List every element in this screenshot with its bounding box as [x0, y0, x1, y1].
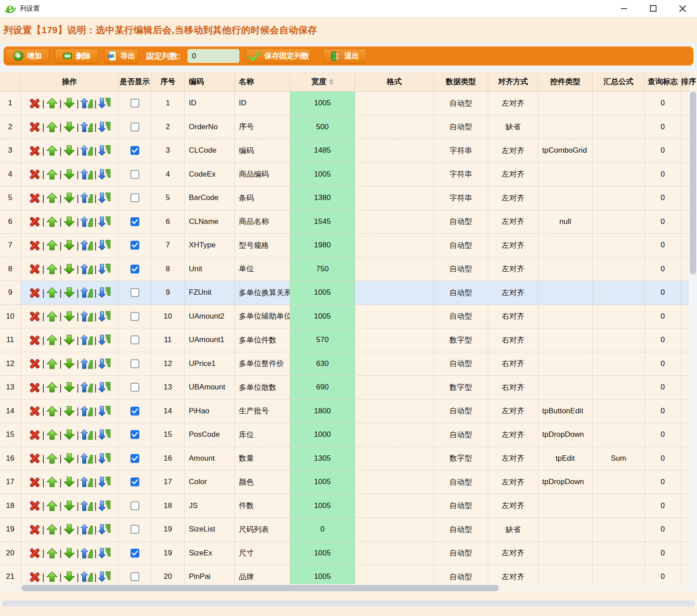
move-to-top-icon[interactable] — [80, 381, 93, 393]
visible-checkbox[interactable] — [130, 383, 139, 392]
footer-scrollbar-track[interactable] — [2, 601, 695, 606]
table-row[interactable]: 11IDID1005自动型左对齐0 — [0, 92, 689, 116]
move-up-icon[interactable] — [46, 287, 58, 298]
delete-icon[interactable] — [29, 452, 41, 464]
delete-icon[interactable] — [29, 476, 41, 488]
visible-checkbox[interactable] — [130, 123, 139, 131]
move-up-icon[interactable] — [46, 476, 58, 488]
move-up-icon[interactable] — [46, 453, 58, 464]
delete-icon[interactable] — [29, 524, 41, 535]
move-to-top-icon[interactable] — [80, 263, 93, 275]
minimize-button[interactable] — [609, 0, 639, 17]
horizontal-scrollbar-thumb[interactable] — [21, 585, 499, 591]
visible-checkbox[interactable] — [130, 407, 139, 416]
move-to-top-icon[interactable] — [80, 476, 93, 488]
move-down-icon[interactable] — [63, 571, 75, 582]
delete-icon[interactable] — [29, 145, 41, 157]
move-to-top-icon[interactable] — [80, 216, 93, 227]
move-up-icon[interactable] — [46, 216, 58, 227]
move-up-icon[interactable] — [46, 311, 58, 322]
move-down-icon[interactable] — [63, 381, 75, 393]
table-row[interactable]: 1616Amount数量1305数字型左对齐tpEditSum0 — [0, 447, 689, 471]
column-header-code[interactable]: 编码 — [185, 72, 235, 91]
table-row[interactable]: 2120PinPai品牌1005自动型左对齐0 — [0, 565, 689, 584]
table-row[interactable]: 2019SizeEx尺寸1005自动型左对齐0 — [0, 542, 689, 566]
move-to-top-icon[interactable] — [80, 311, 93, 322]
move-down-icon[interactable] — [63, 97, 75, 109]
visible-checkbox[interactable] — [130, 335, 139, 344]
move-up-icon[interactable] — [46, 192, 58, 204]
visible-checkbox[interactable] — [130, 265, 139, 273]
add-button[interactable]: 增加 — [5, 49, 50, 64]
move-up-icon[interactable] — [46, 571, 58, 582]
move-up-icon[interactable] — [46, 169, 58, 180]
move-up-icon[interactable] — [46, 334, 58, 346]
move-down-icon[interactable] — [63, 287, 75, 298]
move-to-top-icon[interactable] — [80, 334, 93, 346]
visible-checkbox[interactable] — [130, 312, 139, 321]
visible-checkbox[interactable] — [130, 525, 139, 534]
move-to-bottom-icon[interactable] — [98, 571, 111, 582]
move-to-bottom-icon[interactable] — [98, 145, 111, 156]
export-button[interactable]: X 导出 — [104, 49, 138, 64]
move-to-bottom-icon[interactable] — [98, 97, 111, 109]
move-down-icon[interactable] — [63, 476, 75, 488]
visible-checkbox[interactable] — [130, 217, 139, 226]
move-to-bottom-icon[interactable] — [98, 169, 111, 180]
move-up-icon[interactable] — [46, 381, 58, 393]
delete-icon[interactable] — [29, 121, 41, 133]
move-up-icon[interactable] — [46, 500, 58, 512]
table-row[interactable]: 77XHType型号规格1980自动型左对齐0 — [0, 234, 689, 258]
visible-checkbox[interactable] — [130, 572, 139, 581]
move-up-icon[interactable] — [46, 358, 58, 370]
move-to-bottom-icon[interactable] — [98, 405, 111, 417]
delete-icon[interactable] — [29, 192, 41, 204]
fixed-columns-input[interactable] — [188, 49, 239, 63]
move-down-icon[interactable] — [63, 169, 75, 180]
visible-checkbox[interactable] — [130, 430, 139, 439]
move-to-bottom-icon[interactable] — [98, 192, 111, 204]
column-header-dtype[interactable]: 数据类型 — [434, 72, 488, 91]
table-row[interactable]: 1515PosCode库位1000自动型左对齐tpDropDown0 — [0, 423, 689, 447]
move-to-top-icon[interactable] — [80, 571, 93, 582]
visible-checkbox[interactable] — [130, 288, 139, 297]
table-row[interactable]: 1010UAmount2多单位辅助单位1005自动型右对齐0 — [0, 305, 689, 329]
move-up-icon[interactable] — [46, 121, 58, 133]
table-row[interactable]: 33CLCode编码1485字符串左对齐tpComboGrid0 — [0, 139, 689, 163]
save-fixed-columns-button[interactable]: 保存固定列数 — [246, 49, 311, 64]
delete-icon[interactable] — [29, 310, 41, 322]
visible-checkbox[interactable] — [130, 170, 139, 179]
delete-icon[interactable] — [29, 97, 41, 109]
column-header-align[interactable]: 对齐方式 — [488, 72, 538, 91]
move-down-icon[interactable] — [63, 547, 75, 559]
move-to-bottom-icon[interactable] — [98, 239, 111, 251]
move-down-icon[interactable] — [63, 500, 75, 512]
column-header-op[interactable]: 操作 — [21, 72, 119, 91]
visible-checkbox[interactable] — [130, 477, 139, 486]
move-down-icon[interactable] — [63, 524, 75, 535]
move-to-top-icon[interactable] — [80, 405, 93, 417]
table-row[interactable]: 1919SizeList尺码列表0自动型缺省0 — [0, 518, 689, 542]
delete-icon[interactable] — [29, 216, 41, 227]
column-header-rownum[interactable] — [0, 72, 21, 91]
delete-icon[interactable] — [29, 571, 41, 583]
move-down-icon[interactable] — [63, 216, 75, 227]
table-row[interactable]: 44CodeEx商品编码1005字符串左对齐0 — [0, 163, 689, 187]
move-to-top-icon[interactable] — [80, 547, 93, 559]
move-to-top-icon[interactable] — [80, 524, 93, 535]
delete-icon[interactable] — [29, 287, 41, 299]
table-row[interactable]: 1414PiHao生产批号1800自动型左对齐tpButtonEdit0 — [0, 400, 689, 424]
move-down-icon[interactable] — [63, 358, 75, 370]
delete-icon[interactable] — [29, 263, 41, 275]
table-row[interactable]: 66CLName商品名称1545自动型左对齐null0 — [0, 210, 689, 234]
column-header-qflag[interactable]: 查询标志 — [645, 72, 681, 91]
delete-icon[interactable] — [29, 168, 41, 180]
move-to-bottom-icon[interactable] — [98, 287, 111, 298]
move-down-icon[interactable] — [63, 192, 75, 204]
visible-checkbox[interactable] — [130, 241, 139, 250]
move-to-bottom-icon[interactable] — [98, 547, 111, 559]
move-to-top-icon[interactable] — [80, 453, 93, 464]
visible-checkbox[interactable] — [130, 549, 139, 558]
move-to-bottom-icon[interactable] — [98, 381, 111, 393]
delete-icon[interactable] — [29, 429, 41, 441]
